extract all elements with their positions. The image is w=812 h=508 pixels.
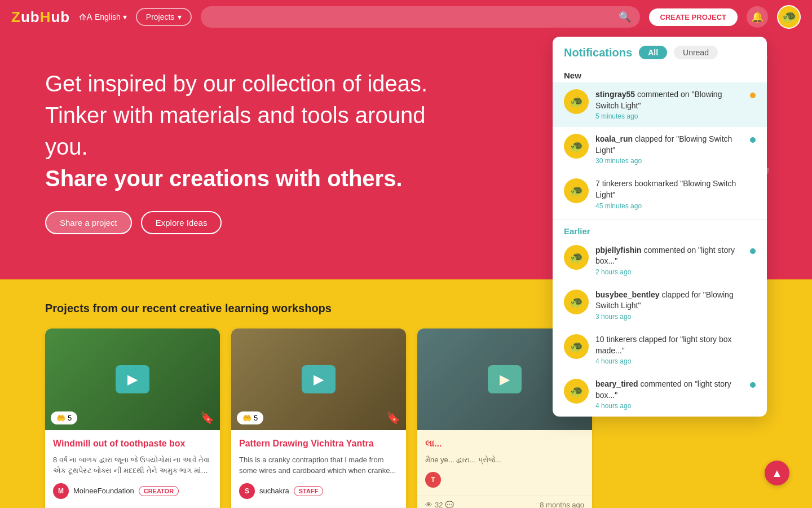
- projects-label: Projects: [146, 12, 175, 21]
- explore-ideas-button[interactable]: Explore Ideas: [141, 211, 222, 234]
- notif-content: koala_run clapped for "Blowing Switch Li…: [595, 134, 743, 165]
- user-name: MoineeFoundation: [73, 487, 134, 495]
- card-title: Pattern Drawing Vichitra Yantra: [239, 438, 398, 450]
- play-button[interactable]: ▶: [302, 365, 336, 393]
- chevron-down-icon: ▾: [123, 12, 127, 21]
- notif-action: commented on: [640, 379, 692, 388]
- bookmark-icon[interactable]: 🔖: [200, 411, 214, 424]
- unread-dot: [750, 248, 756, 254]
- notification-item[interactable]: 🐢 10 tinkerers clapped for "light story …: [553, 327, 767, 372]
- notification-item[interactable]: 🐢 stingray55 commented on "Blowing Switc…: [553, 82, 767, 127]
- notification-item[interactable]: 🐢 koala_run clapped for "Blowing Switch …: [553, 127, 767, 172]
- earlier-section-label: Earlier: [553, 222, 767, 238]
- logo-h: H: [40, 8, 51, 25]
- hero-heading: Get inspired by our collection of ideas.…: [45, 68, 468, 194]
- notif-avatar: 🐢: [564, 334, 589, 359]
- notif-content: 7 tinkerers bookmarked "Blowing Switch L…: [595, 178, 743, 209]
- share-project-button[interactable]: Share a project: [45, 211, 132, 234]
- notifications-title: Notifications: [564, 46, 632, 59]
- unread-dot: [750, 137, 756, 143]
- notif-text: beary_tired commented on "light story bo…: [595, 379, 743, 401]
- time-ago: 8 months ago: [540, 501, 584, 508]
- play-button[interactable]: ▶: [116, 365, 149, 393]
- hero-line1: Get inspired by our collection of ideas.: [45, 71, 427, 96]
- clap-count: 5: [254, 414, 258, 422]
- notif-time: 4 hours ago: [595, 402, 743, 410]
- tab-unread-button[interactable]: Unread: [674, 46, 718, 59]
- tab-all-button[interactable]: All: [639, 46, 667, 59]
- notif-content: pbjellyfishin commented on "light story …: [595, 245, 743, 276]
- notif-content: beary_tired commented on "light story bo…: [595, 379, 743, 410]
- card-body: લા... મૈંne ye... દ્વારા... પ્રોજે... T: [417, 430, 592, 496]
- user-avatar: S: [239, 483, 255, 499]
- projects-dropdown-button[interactable]: Projects ▾: [136, 8, 192, 26]
- notif-action: commented on: [637, 90, 690, 99]
- notification-item[interactable]: 🐢 pbjellyfishin commented on "light stor…: [553, 238, 767, 283]
- unread-dot: [750, 382, 756, 388]
- language-selector[interactable]: ⟰A English ▾: [79, 12, 127, 23]
- card-body: Windmill out of toothpaste box 8 વર્ષ ના…: [45, 430, 220, 507]
- card-thumbnail: ▶ 🤲 5 🔖: [231, 329, 406, 430]
- notif-text: stingray55 commented on "Blowing Switch …: [595, 89, 743, 111]
- clap-icon: 🤲: [242, 414, 251, 422]
- notif-user: beary_tired: [595, 379, 638, 388]
- user-name: suchakra: [259, 487, 289, 495]
- notif-action: 10 tinkerers clapped for: [595, 335, 678, 344]
- notif-time: 3 hours ago: [595, 313, 743, 321]
- bookmark-icon[interactable]: 🔖: [386, 411, 400, 424]
- clap-badge: 🤲 5: [237, 411, 263, 424]
- notif-time: 4 hours ago: [595, 357, 743, 365]
- notifications-header: Notifications All Unread: [553, 37, 767, 66]
- card-footer: M MoineeFoundation CREATOR: [53, 483, 212, 499]
- notif-action: 7 tinkerers bookmarked: [595, 179, 678, 188]
- notif-text: 7 tinkerers bookmarked "Blowing Switch L…: [595, 178, 743, 200]
- card-stats: 👁 32 💬 8 months ago: [417, 496, 592, 508]
- header: ZubHub ⟰A English ▾ Projects ▾ 🔍 CREATE …: [0, 0, 812, 34]
- notif-user: pbjellyfishin: [595, 246, 642, 255]
- views-stat: 👁 32 💬: [425, 501, 454, 508]
- search-icon: 🔍: [619, 11, 631, 23]
- notif-user: stingray55: [595, 90, 635, 99]
- notification-item[interactable]: 🐢 busybee_bentley clapped for "Blowing S…: [553, 283, 767, 327]
- avatar: 🐢: [782, 10, 797, 24]
- notif-avatar: 🐢: [564, 178, 589, 203]
- project-card: ▶ 🤲 5 🔖 Windmill out of toothpaste box 8…: [45, 329, 220, 508]
- scroll-up-button[interactable]: ▲: [765, 461, 789, 485]
- logo-ub2: ub: [51, 8, 70, 25]
- view-count: 32: [435, 501, 443, 508]
- user-avatar-button[interactable]: 🐢: [777, 5, 801, 29]
- hero-line3: Share your creations with others.: [45, 166, 403, 191]
- notification-item[interactable]: 🐢 beary_tired commented on "light story …: [553, 372, 767, 417]
- bell-icon: 🔔: [751, 11, 764, 23]
- clap-count: 5: [68, 414, 72, 422]
- notif-action: clapped for: [635, 134, 674, 143]
- logo-ub: ub: [21, 8, 40, 25]
- notif-time: 45 minutes ago: [595, 202, 743, 210]
- clap-badge: 🤲 5: [51, 411, 77, 424]
- notif-text: 10 tinkerers clapped for "light story bo…: [595, 334, 743, 356]
- notif-action: commented on: [644, 246, 696, 255]
- search-input[interactable]: [210, 12, 618, 21]
- notif-avatar: 🐢: [564, 245, 589, 270]
- search-bar: 🔍: [201, 6, 639, 28]
- comment-icon: 💬: [445, 501, 454, 508]
- unread-dot: [750, 93, 756, 98]
- card-title: Windmill out of toothpaste box: [53, 438, 212, 450]
- card-footer: S suchakra STAFF: [239, 483, 398, 499]
- chevron-down-icon: ▾: [178, 12, 182, 21]
- notif-text: pbjellyfishin commented on "light story …: [595, 245, 743, 267]
- divider: [553, 219, 767, 220]
- card-description: મૈંne ye... દ્વારા... પ્રોજે...: [425, 454, 584, 466]
- logo: ZubHub: [11, 8, 70, 26]
- user-avatar: M: [53, 483, 69, 499]
- card-thumbnail: ▶ 🤲 5 🔖: [45, 329, 220, 430]
- creator-tag: CREATOR: [139, 486, 179, 496]
- create-project-button[interactable]: CREATE PROJECT: [649, 8, 738, 26]
- notif-time: 5 minutes ago: [595, 112, 743, 120]
- project-card: ▶ 🤲 5 🔖 Pattern Drawing Vichitra Yantra …: [231, 329, 406, 508]
- notifications-button[interactable]: 🔔: [747, 6, 768, 28]
- notification-item[interactable]: 🐢 7 tinkerers bookmarked "Blowing Switch…: [553, 172, 767, 216]
- play-button[interactable]: ▶: [488, 365, 522, 393]
- notif-text: busybee_bentley clapped for "Blowing Swi…: [595, 290, 743, 312]
- card-title: લા...: [425, 438, 584, 450]
